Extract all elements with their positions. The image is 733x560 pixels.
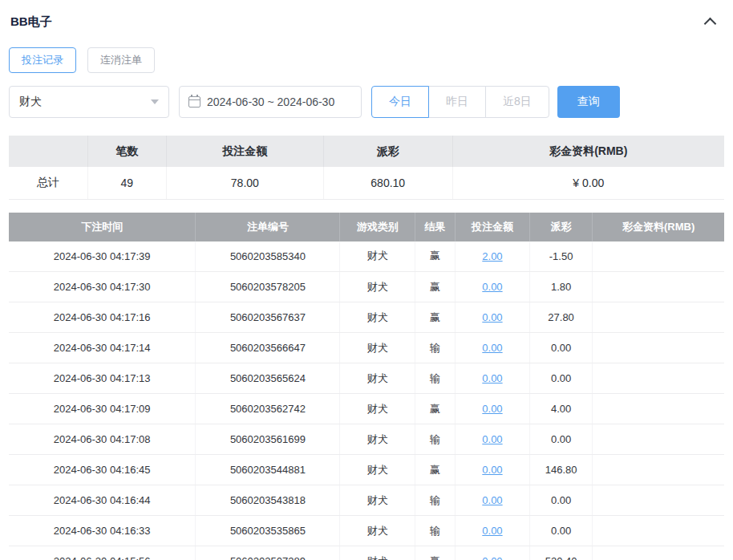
cell-bet-time: 2024-06-30 04:15:56 (9, 546, 196, 560)
cell-bonus (593, 424, 724, 455)
table-row: 2024-06-30 04:17:16 5060203567637 财犬 赢 0… (9, 302, 724, 333)
cell-game-type: 财犬 (340, 455, 415, 485)
cell-result: 赢 (415, 241, 456, 272)
tab-chained-orders[interactable]: 连消注单 (87, 47, 155, 73)
cell-bet-amount: 0.00 (456, 394, 530, 424)
bet-amount-link[interactable]: 0.00 (482, 342, 502, 354)
quick-button-yesterday[interactable]: 昨日 (428, 86, 486, 118)
cell-game-type: 财犬 (340, 546, 415, 560)
summary-total-label: 总计 (9, 167, 87, 199)
cell-result: 赢 (415, 302, 456, 333)
cell-order-id: 5060203566647 (196, 333, 340, 363)
cell-payout: 0.00 (529, 516, 592, 546)
bet-amount-link[interactable]: 2.00 (482, 250, 502, 262)
bet-table: 下注时间 注单编号 游戏类别 结果 投注金额 派彩 彩金资料(RMB) 2024… (9, 213, 724, 560)
cell-order-id: 5060203544881 (196, 455, 340, 485)
cell-bet-amount: 0.00 (456, 333, 530, 363)
header-game-type: 游戏类别 (340, 213, 415, 241)
summary-total-row: 总计 49 78.00 680.10 ¥ 0.00 (9, 167, 724, 199)
bet-table-header-row: 下注时间 注单编号 游戏类别 结果 投注金额 派彩 彩金资料(RMB) (9, 213, 724, 241)
game-select-value: 财犬 (19, 95, 42, 109)
cell-order-id: 5060203535865 (196, 516, 340, 546)
header-bet-amount: 投注金额 (456, 213, 530, 241)
cell-payout: 0.00 (529, 424, 592, 455)
cell-bet-amount: 0.00 (456, 485, 530, 516)
cell-payout: 0.00 (529, 333, 592, 363)
cell-payout: 1.80 (529, 272, 592, 302)
cell-game-type: 财犬 (340, 424, 415, 455)
bet-amount-link[interactable]: 0.00 (482, 555, 502, 560)
cell-order-id: 5060203562742 (196, 394, 340, 424)
cell-game-type: 财犬 (340, 333, 415, 363)
bet-amount-link[interactable]: 0.00 (482, 494, 502, 506)
table-row: 2024-06-30 04:17:09 5060203562742 财犬 赢 0… (9, 394, 724, 424)
cell-game-type: 财犬 (340, 241, 415, 272)
cell-bet-time: 2024-06-30 04:16:33 (9, 516, 196, 546)
bet-amount-link[interactable]: 0.00 (482, 403, 502, 415)
cell-bet-amount: 0.00 (456, 302, 530, 333)
cell-result: 赢 (415, 272, 456, 302)
caret-down-icon (151, 99, 159, 104)
bet-amount-link[interactable]: 0.00 (482, 281, 502, 293)
table-row: 2024-06-30 04:17:39 5060203585340 财犬 赢 2… (9, 241, 724, 272)
cell-game-type: 财犬 (340, 485, 415, 516)
cell-bet-amount: 0.00 (456, 363, 530, 394)
tabs: 投注记录 连消注单 (9, 47, 724, 73)
cell-result: 输 (415, 516, 456, 546)
cell-result: 输 (415, 485, 456, 516)
cell-bonus (593, 455, 724, 485)
cell-game-type: 财犬 (340, 394, 415, 424)
cell-result: 赢 (415, 394, 456, 424)
bet-amount-link[interactable]: 0.00 (482, 464, 502, 476)
cell-result: 赢 (415, 455, 456, 485)
cell-order-id: 5060203507289 (196, 546, 340, 560)
date-range-value: 2024-06-30 ~ 2024-06-30 (207, 95, 334, 108)
bet-amount-link[interactable]: 0.00 (482, 372, 502, 384)
cell-order-id: 5060203543818 (196, 485, 340, 516)
cell-bet-time: 2024-06-30 04:16:45 (9, 455, 196, 485)
cell-game-type: 财犬 (340, 302, 415, 333)
bet-amount-link[interactable]: 0.00 (482, 311, 502, 323)
quick-button-today[interactable]: 今日 (371, 86, 429, 118)
search-button[interactable]: 查询 (557, 86, 620, 118)
header-result: 结果 (415, 213, 456, 241)
cell-result: 输 (415, 424, 456, 455)
table-row: 2024-06-30 04:17:30 5060203578205 财犬 赢 0… (9, 272, 724, 302)
cell-bonus (593, 302, 724, 333)
panel-title: BB电子 (10, 14, 52, 30)
cell-bet-time: 2024-06-30 04:17:14 (9, 333, 196, 363)
cell-bonus (593, 394, 724, 424)
cell-order-id: 5060203565624 (196, 363, 340, 394)
cell-payout: 520.40 (529, 546, 592, 560)
cell-bet-time: 2024-06-30 04:16:44 (9, 485, 196, 516)
table-row: 2024-06-30 04:16:33 5060203535865 财犬 输 0… (9, 516, 724, 546)
cell-bonus (593, 272, 724, 302)
summary-total-payout: 680.10 (323, 167, 452, 199)
bet-amount-link[interactable]: 0.00 (482, 433, 502, 445)
table-row: 2024-06-30 04:17:13 5060203565624 财犬 输 0… (9, 363, 724, 394)
cell-payout: 146.80 (529, 455, 592, 485)
bet-amount-link[interactable]: 0.00 (482, 525, 502, 537)
panel-header: BB电子 (9, 11, 724, 30)
cell-bet-time: 2024-06-30 04:17:39 (9, 241, 196, 272)
cell-payout: 4.00 (529, 394, 592, 424)
cell-bonus (593, 485, 724, 516)
cell-game-type: 财犬 (340, 272, 415, 302)
cell-result: 赢 (415, 546, 456, 560)
date-range-input[interactable]: 2024-06-30 ~ 2024-06-30 (179, 86, 362, 118)
cell-bet-time: 2024-06-30 04:17:09 (9, 394, 196, 424)
summary-total-count: 49 (87, 167, 166, 199)
chevron-up-icon[interactable] (704, 18, 717, 30)
table-row: 2024-06-30 04:16:45 5060203544881 财犬 赢 0… (9, 455, 724, 485)
cell-bonus (593, 546, 724, 560)
tab-bet-records[interactable]: 投注记录 (9, 47, 76, 73)
summary-total-bonus: ¥ 0.00 (452, 167, 724, 199)
cell-result: 输 (415, 363, 456, 394)
cell-order-id: 5060203578205 (196, 272, 340, 302)
quick-button-last-8-days[interactable]: 近8日 (485, 86, 549, 118)
cell-bet-amount: 0.00 (456, 546, 530, 560)
cell-bet-time: 2024-06-30 04:17:16 (9, 302, 196, 333)
cell-order-id: 5060203585340 (196, 241, 340, 272)
game-select[interactable]: 财犬 (9, 86, 169, 118)
cell-payout: 27.80 (529, 302, 592, 333)
